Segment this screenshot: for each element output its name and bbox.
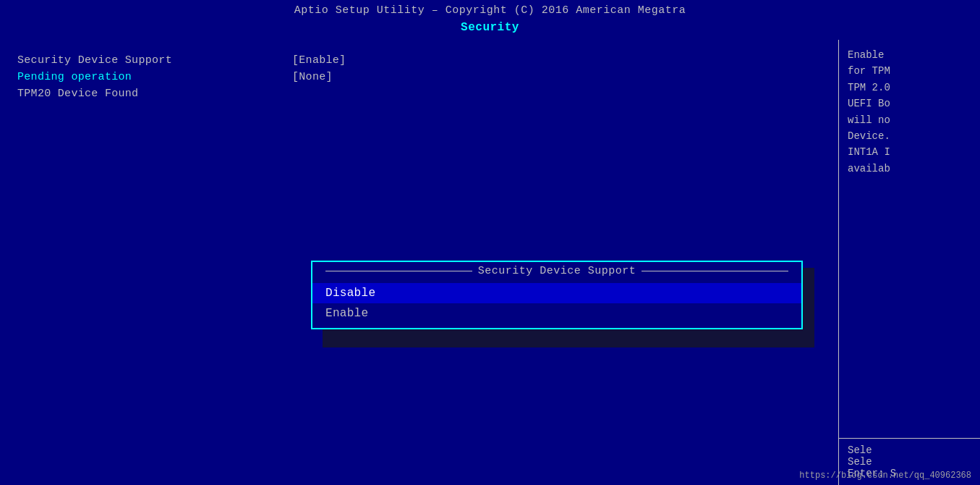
url-text: https://blog.csdn.net/qq_40962368 [799, 471, 971, 481]
help-line-7: availab [848, 161, 971, 177]
setting-row-0[interactable]: Security Device Support [Enable] [17, 54, 821, 67]
bios-header: Aptio Setup Utility – Copyright (C) 2016… [0, 0, 980, 40]
setting-label-1: Pending operation [17, 71, 292, 83]
help-text: Enable for TPM TPM 2.0 UEFI Bo will no D… [848, 47, 971, 177]
help-line-3: UEFI Bo [848, 96, 971, 111]
right-help-panel: Enable for TPM TPM 2.0 UEFI Bo will no D… [839, 40, 980, 485]
help-line-1: for TPM [848, 63, 971, 79]
popup-options: Disable Enable [312, 280, 801, 328]
popup-option-enable[interactable]: Enable [312, 303, 801, 324]
help-line-5: Device. [848, 128, 971, 144]
help-line-2: TPM 2.0 [848, 80, 971, 96]
setting-value-1: [None] [292, 71, 333, 83]
status-line-0: Sele [848, 444, 971, 456]
popup-overlay: Security Device Support Disable Enable [311, 261, 803, 329]
status-line-1: Sele [848, 456, 971, 468]
help-line-0: Enable [848, 47, 971, 63]
help-line-4: will no [848, 112, 971, 128]
popup-box: Security Device Support Disable Enable [311, 261, 803, 329]
tab-security[interactable]: Security [440, 18, 540, 37]
setting-row-1[interactable]: Pending operation [None] [17, 71, 821, 83]
popup-option-disable[interactable]: Disable [312, 283, 801, 303]
setting-label-0: Security Device Support [17, 54, 292, 67]
header-title: Aptio Setup Utility – Copyright (C) 2016… [0, 0, 980, 18]
popup-title-bar: Security Device Support [312, 262, 801, 280]
header-title-text: Aptio Setup Utility – Copyright (C) 2016… [294, 4, 686, 17]
help-line-6: INT1A I [848, 144, 971, 160]
url-watermark: https://blog.csdn.net/qq_40962368 [799, 471, 971, 481]
popup-title-text: Security Device Support [478, 265, 636, 277]
setting-label-2: TPM20 Device Found [17, 88, 292, 100]
setting-row-2: TPM20 Device Found [17, 88, 821, 100]
setting-value-0: [Enable] [292, 54, 346, 67]
tab-bar: Security [0, 18, 980, 37]
